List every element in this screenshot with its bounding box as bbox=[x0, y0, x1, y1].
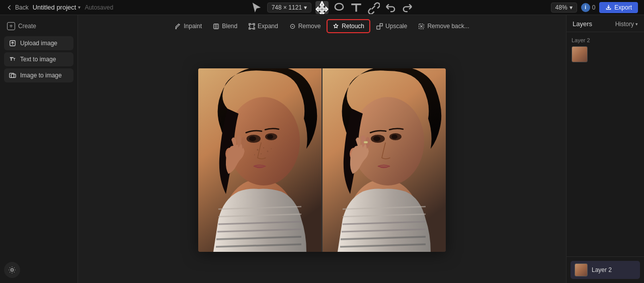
svg-point-21 bbox=[271, 148, 272, 149]
chevron-down-icon: ▾ bbox=[304, 4, 307, 11]
top-bar-right: 48% ▾ i 0 Export bbox=[551, 2, 638, 13]
layer-row-thumbnail bbox=[575, 263, 588, 276]
canvas-content[interactable] bbox=[78, 37, 566, 283]
layer-thumbnail[interactable] bbox=[572, 46, 588, 62]
original-image bbox=[198, 68, 321, 252]
link-tool-button[interactable] bbox=[367, 1, 380, 14]
export-button[interactable]: Export bbox=[599, 2, 638, 13]
retouch-button[interactable]: Retouch bbox=[327, 19, 370, 33]
expand-button[interactable]: Expand bbox=[244, 20, 283, 32]
svg-point-15 bbox=[267, 135, 273, 139]
lasso-tool-button[interactable] bbox=[333, 1, 346, 14]
svg-point-18 bbox=[267, 151, 269, 152]
chevron-down-icon: ▾ bbox=[570, 4, 573, 11]
image-to-image-button[interactable]: Image to image bbox=[4, 68, 73, 82]
svg-point-4 bbox=[11, 269, 14, 271]
chevron-down-icon: ▾ bbox=[78, 5, 80, 10]
svg-marker-0 bbox=[316, 2, 328, 14]
layers-content: Layer 2 bbox=[567, 32, 644, 256]
svg-rect-5 bbox=[214, 24, 219, 29]
chevron-down-icon: ▾ bbox=[635, 22, 638, 27]
plus-icon: + bbox=[7, 22, 15, 30]
upscale-button[interactable]: Upscale bbox=[371, 20, 412, 32]
upload-icon bbox=[9, 40, 16, 47]
right-sidebar: Layers History ▾ Layer 2 Layer 2 bbox=[566, 15, 644, 283]
credit-icon: i bbox=[581, 3, 590, 12]
autosaved-label: Autosaved bbox=[85, 4, 113, 11]
project-name[interactable]: Untitled project ▾ bbox=[33, 4, 81, 11]
svg-point-17 bbox=[263, 147, 264, 148]
retouch-icon bbox=[333, 23, 339, 30]
left-sidebar: + Create Upload image Text to image Imag… bbox=[0, 15, 78, 283]
right-sidebar-header: Layers History ▾ bbox=[567, 15, 644, 32]
svg-rect-7 bbox=[377, 26, 380, 29]
top-bar-left: Back Untitled project ▾ Autosaved bbox=[6, 4, 113, 11]
remove-back-button[interactable]: Remove back... bbox=[413, 20, 474, 32]
image-image-icon bbox=[9, 72, 16, 79]
top-bar: Back Untitled project ▾ Autosaved 748 × … bbox=[0, 0, 644, 15]
layer-row-name: Layer 2 bbox=[592, 266, 612, 273]
inpaint-button[interactable]: Inpaint bbox=[170, 20, 207, 32]
move-tool-button[interactable] bbox=[315, 1, 329, 14]
svg-point-36 bbox=[391, 135, 397, 139]
edit-toolbar: Inpaint Blend Expand Remove Retouch Upsc… bbox=[78, 15, 566, 37]
canvas-size-selector[interactable]: 748 × 1121 ▾ bbox=[267, 3, 311, 13]
create-header: + Create bbox=[4, 20, 73, 34]
canvas-image bbox=[198, 68, 446, 252]
select-tool-button[interactable] bbox=[250, 1, 263, 14]
layers-title: Layers bbox=[573, 20, 592, 28]
svg-point-34 bbox=[373, 136, 380, 141]
remove-icon bbox=[289, 23, 296, 30]
svg-point-20 bbox=[254, 154, 255, 155]
layer-row[interactable]: Layer 2 bbox=[571, 261, 640, 279]
upscale-icon bbox=[376, 23, 383, 30]
original-portrait-svg bbox=[198, 68, 321, 252]
blend-icon bbox=[213, 23, 219, 30]
text-to-image-button[interactable]: Text to image bbox=[4, 52, 73, 66]
back-button[interactable]: Back bbox=[6, 4, 29, 11]
gear-icon bbox=[8, 266, 16, 274]
expand-icon bbox=[249, 23, 255, 30]
credit-badge: i 0 bbox=[581, 3, 596, 12]
svg-rect-6 bbox=[250, 24, 254, 28]
canvas-area: Inpaint Blend Expand Remove Retouch Upsc… bbox=[78, 15, 566, 283]
svg-rect-3 bbox=[11, 74, 16, 77]
undo-button[interactable] bbox=[384, 1, 397, 14]
text-image-icon bbox=[9, 56, 16, 63]
upload-image-button[interactable]: Upload image bbox=[4, 36, 73, 50]
remove-button[interactable]: Remove bbox=[284, 20, 326, 32]
retouched-portrait-svg bbox=[323, 68, 446, 252]
main-layout: + Create Upload image Text to image Imag… bbox=[0, 15, 644, 283]
top-bar-center: 748 × 1121 ▾ bbox=[250, 1, 414, 14]
text-tool-button[interactable] bbox=[350, 1, 363, 14]
history-button[interactable]: History ▾ bbox=[615, 21, 638, 28]
layer-header: Layer 2 bbox=[572, 37, 639, 43]
svg-point-13 bbox=[249, 136, 256, 141]
svg-point-16 bbox=[257, 149, 259, 151]
layers-bottom: Layer 2 bbox=[567, 256, 644, 283]
retouched-image bbox=[323, 68, 446, 252]
svg-rect-40 bbox=[364, 141, 368, 143]
svg-point-19 bbox=[261, 153, 262, 154]
settings-button[interactable] bbox=[4, 262, 20, 278]
zoom-selector[interactable]: 48% ▾ bbox=[551, 3, 577, 13]
blend-button[interactable]: Blend bbox=[208, 20, 243, 32]
redo-button[interactable] bbox=[401, 1, 414, 14]
inpaint-icon bbox=[175, 23, 181, 30]
export-icon bbox=[605, 4, 612, 11]
remove-back-icon bbox=[418, 23, 425, 30]
